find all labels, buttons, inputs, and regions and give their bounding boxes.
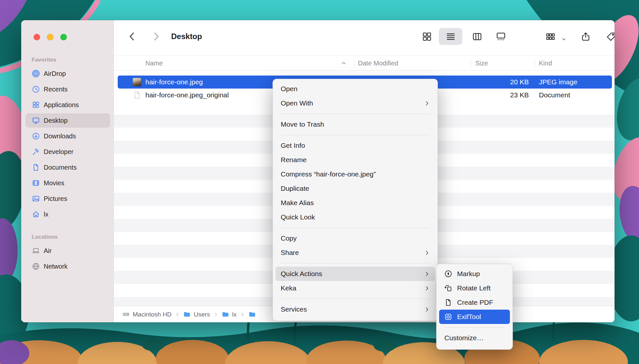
sidebar-item-label: AirDrop [44,70,66,77]
menu-item-create-pdf[interactable]: Create PDF [439,295,510,310]
quick-actions-submenu: MarkupRotate LeftCreate PDFExifToolCusto… [436,264,513,350]
group-dropdown-chevron-icon[interactable] [561,37,566,42]
menu-separator [281,135,430,135]
sidebar-item-downloads[interactable]: Downloads [25,129,110,143]
menu-item-share[interactable]: Share [275,245,435,260]
sidebar-item-documents[interactable]: Documents [25,160,110,175]
menu-item-markup[interactable]: Markup [439,267,510,281]
photo-icon [32,195,40,203]
back-button[interactable] [126,31,138,42]
sidebar-section-title-favorites: Favorites [32,57,56,63]
menu-item-customize[interactable]: Customize… [439,331,510,345]
column-divider[interactable] [471,59,471,67]
menu-item-label: Rotate Left [457,284,491,292]
laptop-icon [32,247,40,255]
path-item-folder[interactable] [248,311,259,318]
sidebar-item-recents[interactable]: Recents [25,82,110,96]
menu-item-quick-actions[interactable]: Quick Actions [275,267,435,281]
tags-button[interactable] [606,32,615,42]
close-button[interactable] [34,34,40,40]
window-title: Desktop [171,32,202,41]
group-button[interactable] [545,32,556,42]
menu-item-label: Move to Trash [281,120,324,128]
chevron-right-icon [424,250,430,256]
column-header-size[interactable]: Size [475,59,488,67]
document-file-icon [133,91,141,99]
menu-item-quick-look[interactable]: Quick Look [275,210,435,224]
hammer-icon [32,148,40,156]
chevron-right-icon [424,307,430,312]
column-header-row: NameDate ModifiedSizeKind [114,55,615,71]
path-item-label: Users [194,311,210,318]
path-item-macintosh-hd[interactable]: Macintosh HD [122,311,171,318]
path-item-label: Macintosh HD [133,311,171,318]
document-icon [32,163,40,171]
folder-icon [183,311,191,318]
menu-item-make-alias[interactable]: Make Alias [275,196,435,210]
column-header-name[interactable]: Name [145,59,163,67]
airdrop-icon [32,70,40,77]
toolbar: Desktop [114,20,615,55]
list-view-button[interactable] [446,32,456,42]
menu-item-open-with[interactable]: Open With [275,96,435,110]
menu-item-label: Rename [281,156,306,164]
zoom-button[interactable] [60,34,67,40]
sort-ascending-icon [341,60,347,66]
folder-icon [222,311,229,318]
path-item-users[interactable]: Users [183,311,210,318]
sidebar-item-airdrop[interactable]: AirDrop [25,66,110,81]
sidebar-item-label: Recents [44,86,67,93]
file-size: 23 KB [471,91,529,99]
menu-item-label: ExifTool [457,313,481,321]
gallery-view-button[interactable] [496,32,506,42]
sidebar-item-desktop[interactable]: Desktop [25,113,110,128]
sidebar-item-label: Pictures [44,195,67,203]
menu-item-move-to-trash[interactable]: Move to Trash [275,117,435,132]
menu-item-label: Quick Look [281,213,315,221]
film-icon [32,179,40,187]
menu-item-exiftool[interactable]: ExifTool [439,310,510,324]
menu-item-label: Get Info [281,142,305,149]
menu-item-rotate-left[interactable]: Rotate Left [439,281,510,295]
column-header-kind[interactable]: Kind [539,59,552,67]
column-view-button[interactable] [472,32,482,42]
menu-item-copy[interactable]: Copy [275,231,435,245]
column-header-date-modified[interactable]: Date Modified [358,59,398,67]
menu-separator [281,228,430,228]
menu-item-services[interactable]: Services [275,302,435,316]
sidebar: FavoritesAirDropRecentsApplicationsDeskt… [21,20,114,322]
sidebar-item-lx[interactable]: lx [25,207,110,221]
column-divider[interactable] [535,59,535,67]
menu-item-label: Markup [457,270,480,278]
menu-item-keka[interactable]: Keka [275,281,435,295]
icon-view-button[interactable] [422,32,432,42]
menu-item-rename[interactable]: Rename [275,153,435,167]
column-divider[interactable] [354,59,354,67]
sidebar-item-air[interactable]: Air [25,244,110,258]
chevron-right-icon [240,312,245,317]
file-name: hair-force-one.jpeg_original [145,91,229,99]
menu-item-compress-hair-force-one-jpeg[interactable]: Compress “hair-force-one.jpeg” [275,167,435,181]
minimize-button[interactable] [47,34,53,40]
menu-item-label: Services [281,305,307,313]
file-kind: Document [539,91,570,99]
chevron-right-icon [424,101,430,106]
menu-item-duplicate[interactable]: Duplicate [275,181,435,196]
sidebar-item-developer[interactable]: Developer [25,145,110,159]
menu-item-open[interactable]: Open [275,82,435,96]
sidebar-item-network[interactable]: Network [25,259,110,273]
menu-item-label: Quick Actions [281,270,322,278]
sidebar-item-pictures[interactable]: Pictures [25,191,110,206]
sidebar-item-label: Air [44,247,52,255]
sidebar-item-applications[interactable]: Applications [25,98,110,112]
menu-item-label: Create PDF [457,299,493,306]
menu-item-label: Compress “hair-force-one.jpeg” [281,170,376,178]
sidebar-item-movies[interactable]: Movies [25,176,110,190]
menu-item-get-info[interactable]: Get Info [275,138,435,153]
exiftool-icon [444,313,452,321]
menu-separator [281,299,430,299]
share-button[interactable] [581,32,591,42]
forward-button[interactable] [151,31,162,42]
path-item-lx[interactable]: lx [222,311,237,318]
chevron-right-icon [175,312,180,317]
